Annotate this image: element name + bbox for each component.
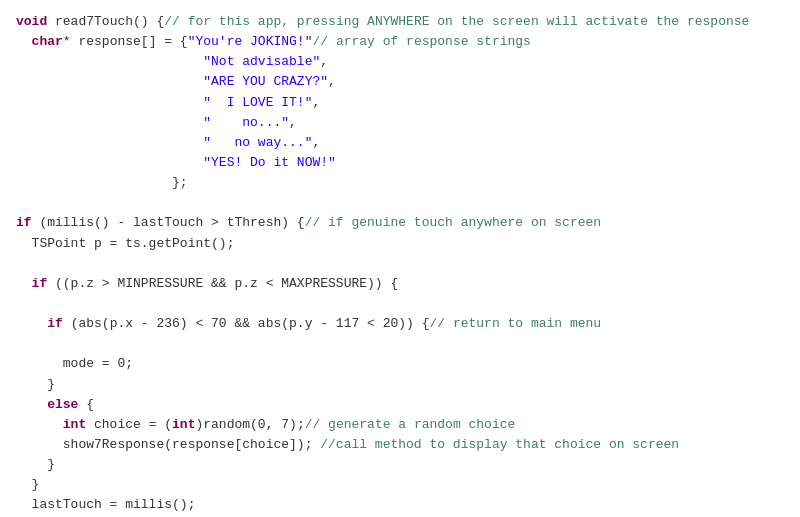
code-line: if ((p.z > MINPRESSURE && p.z < MAXPRESS…: [16, 274, 784, 294]
code-token: [16, 155, 203, 170]
code-line: [16, 294, 784, 314]
code-token: , 7);: [266, 417, 305, 432]
code-line: else {: [16, 395, 784, 415]
code-token: if: [16, 215, 32, 230]
code-line: char* response[] = {"You're JOKING!"// a…: [16, 32, 784, 52]
code-token: choice = (: [86, 417, 172, 432]
code-line: lastTouch = millis();: [16, 495, 784, 515]
code-line: " I LOVE IT!",: [16, 93, 784, 113]
code-token: ,: [328, 74, 336, 89]
code-token: lastTouch = millis();: [16, 497, 195, 512]
code-token: [16, 115, 203, 130]
code-token: [16, 316, 47, 331]
code-token: [16, 34, 32, 49]
code-token: }: [16, 477, 39, 492]
code-token: ,: [312, 135, 320, 150]
code-token: }: [16, 457, 55, 472]
code-token: [16, 54, 203, 69]
code-token: if: [32, 276, 48, 291]
code-token: // if genuine touch anywhere on screen: [305, 215, 601, 230]
code-token: };: [16, 175, 188, 190]
code-token: char: [32, 34, 63, 49]
code-token: else: [47, 397, 78, 412]
code-token: [16, 74, 203, 89]
code-token: int: [172, 417, 195, 432]
code-line: " no...",: [16, 113, 784, 133]
code-token: // array of response strings: [312, 34, 530, 49]
code-token: [16, 417, 63, 432]
code-token: // return to main menu: [430, 316, 602, 331]
code-token: mode = 0;: [16, 356, 133, 371]
code-token: (millis() - lastTouch > tThresh) {: [32, 215, 305, 230]
code-line: TSPoint p = ts.getPoint();: [16, 234, 784, 254]
code-token: (abs(p.x - 236) < 70 && abs(p.y - 117 < …: [63, 316, 430, 331]
code-token: }: [16, 377, 55, 392]
code-token: " no way...": [203, 135, 312, 150]
code-token: // generate a random choice: [305, 417, 516, 432]
code-token: [16, 276, 32, 291]
code-line: [16, 334, 784, 354]
code-line: int choice = (int)random(0, 7);// genera…: [16, 415, 784, 435]
code-token: ,: [312, 95, 320, 110]
code-token: int: [63, 417, 86, 432]
code-editor: void read7Touch() {// for this app, pres…: [0, 0, 800, 517]
code-token: "ARE YOU CRAZY?": [203, 74, 328, 89]
code-line: "Not advisable",: [16, 52, 784, 72]
code-line: if (abs(p.x - 236) < 70 && abs(p.y - 117…: [16, 314, 784, 334]
code-line: }: [16, 375, 784, 395]
code-line: " no way...",: [16, 133, 784, 153]
code-line: mode = 0;: [16, 354, 784, 374]
code-line: [16, 193, 784, 213]
code-token: void: [16, 14, 47, 29]
code-line: [16, 254, 784, 274]
code-line: }: [16, 455, 784, 475]
code-token: )random(0: [195, 417, 265, 432]
code-token: show7Response(response[choice]);: [16, 437, 320, 452]
code-line: show7Response(response[choice]); //call …: [16, 435, 784, 455]
code-token: TSPoint p = ts.getPoint();: [16, 236, 234, 251]
code-token: [16, 397, 47, 412]
code-line: };: [16, 173, 784, 193]
code-token: read7Touch() {: [47, 14, 164, 29]
code-token: ,: [289, 115, 297, 130]
code-line: void read7Touch() {// for this app, pres…: [16, 12, 784, 32]
code-line: "YES! Do it NOW!": [16, 153, 784, 173]
code-token: " no...": [203, 115, 289, 130]
code-token: [16, 95, 203, 110]
code-token: "YES! Do it NOW!": [203, 155, 336, 170]
code-token: ((p.z > MINPRESSURE && p.z < MAXPRESSURE…: [47, 276, 398, 291]
code-token: if: [47, 316, 63, 331]
code-line: }: [16, 475, 784, 495]
code-token: " I LOVE IT!": [203, 95, 312, 110]
code-token: * response[] = {: [63, 34, 188, 49]
code-token: "Not advisable": [203, 54, 320, 69]
code-token: ,: [320, 54, 328, 69]
code-token: "You're JOKING!": [188, 34, 313, 49]
code-line: if (millis() - lastTouch > tThresh) {// …: [16, 213, 784, 233]
code-token: // for this app, pressing ANYWHERE on th…: [164, 14, 749, 29]
code-token: //call method to display that choice on …: [320, 437, 679, 452]
code-token: {: [78, 397, 94, 412]
code-token: [16, 135, 203, 150]
code-line: "ARE YOU CRAZY?",: [16, 72, 784, 92]
